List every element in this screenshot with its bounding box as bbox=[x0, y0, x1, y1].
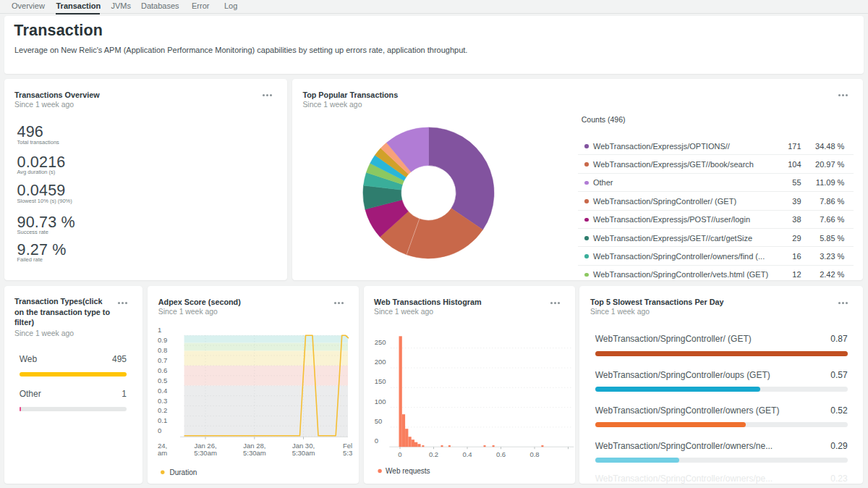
svg-text:0.7: 0.7 bbox=[158, 356, 167, 364]
svg-text:50: 50 bbox=[374, 417, 382, 425]
svg-text:5:30am: 5:30am bbox=[243, 449, 266, 457]
svg-text:0.6: 0.6 bbox=[158, 366, 167, 374]
svg-text:0: 0 bbox=[398, 450, 401, 458]
svg-text:am: am bbox=[158, 449, 167, 457]
svg-text:0.8: 0.8 bbox=[529, 450, 539, 458]
svg-text:5:30am: 5:30am bbox=[292, 449, 315, 457]
svg-text:0.2: 0.2 bbox=[158, 407, 167, 415]
svg-text:250: 250 bbox=[374, 338, 386, 346]
svg-text:150: 150 bbox=[374, 378, 386, 386]
svg-text:0.3: 0.3 bbox=[158, 397, 167, 405]
svg-text:0: 0 bbox=[374, 437, 378, 445]
svg-text:0.4: 0.4 bbox=[462, 450, 472, 458]
svg-text:Web requests: Web requests bbox=[386, 467, 430, 475]
svg-text:0.8: 0.8 bbox=[158, 346, 167, 354]
svg-text:0: 0 bbox=[158, 426, 161, 434]
svg-text:0.9: 0.9 bbox=[158, 336, 167, 344]
svg-text:0.6: 0.6 bbox=[496, 450, 506, 458]
svg-text:5:30am: 5:30am bbox=[194, 449, 217, 457]
svg-text:0.1: 0.1 bbox=[158, 417, 167, 425]
svg-text:100: 100 bbox=[374, 397, 386, 405]
svg-text:Duration: Duration bbox=[170, 468, 197, 476]
svg-text:200: 200 bbox=[374, 358, 386, 366]
svg-text:0.4: 0.4 bbox=[158, 387, 167, 395]
svg-text:0.2: 0.2 bbox=[429, 450, 438, 458]
svg-text:1: 1 bbox=[158, 326, 161, 334]
svg-text:5:3: 5:3 bbox=[343, 449, 352, 457]
svg-text:0.5: 0.5 bbox=[158, 376, 167, 384]
